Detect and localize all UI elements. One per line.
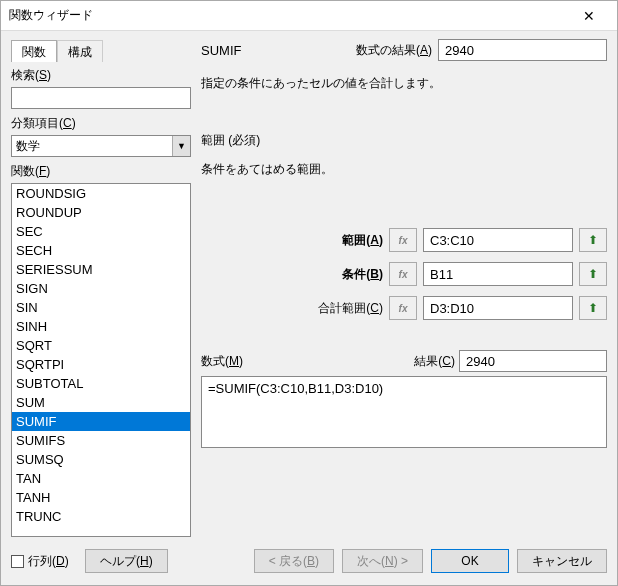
- param-row: 条件(B)fx⬆: [201, 262, 607, 286]
- search-input[interactable]: [11, 87, 191, 109]
- fx-button[interactable]: fx: [389, 296, 417, 320]
- param-row: 範囲(A)fx⬆: [201, 228, 607, 252]
- shrink-button[interactable]: ⬆: [579, 262, 607, 286]
- param-input[interactable]: [423, 228, 573, 252]
- list-item[interactable]: SIGN: [12, 279, 190, 298]
- tab-strip: 関数 構成: [11, 39, 191, 61]
- fx-icon: fx: [399, 269, 408, 280]
- titlebar: 関数ウィザード ✕: [1, 1, 617, 31]
- shrink-icon: ⬆: [588, 267, 598, 281]
- result2-label: 結果(C): [414, 353, 455, 370]
- function-wizard-window: 関数ウィザード ✕ 関数 構成 検索(S) 分類項目(C) ▼ 関数(F) RO…: [0, 0, 618, 586]
- formula-input[interactable]: [201, 376, 607, 448]
- param-input[interactable]: [423, 262, 573, 286]
- list-item[interactable]: SEC: [12, 222, 190, 241]
- content-area: 関数 構成 検索(S) 分類項目(C) ▼ 関数(F) ROUNDSIGROUN…: [1, 31, 617, 543]
- list-item[interactable]: SQRT: [12, 336, 190, 355]
- result2-box: 2940: [459, 350, 607, 372]
- formula-header-row: 数式(M) 結果(C) 2940: [201, 350, 607, 372]
- button-bar: 行列(D) ヘルプ(H) < 戻る(B) 次へ(N) > OK キャンセル: [1, 543, 617, 585]
- back-button[interactable]: < 戻る(B): [254, 549, 334, 573]
- function-description: 指定の条件にあったセルの値を合計します。: [201, 75, 607, 92]
- list-item[interactable]: ROUNDSIG: [12, 184, 190, 203]
- function-listbox[interactable]: ROUNDSIGROUNDUPSECSECHSERIESSUMSIGNSINSI…: [11, 183, 191, 537]
- shrink-icon: ⬆: [588, 301, 598, 315]
- param-label: 合計範囲(C): [318, 300, 383, 317]
- list-item[interactable]: TANH: [12, 488, 190, 507]
- list-item[interactable]: SUM: [12, 393, 190, 412]
- param-hint: 条件をあてはめる範囲。: [201, 161, 607, 178]
- category-label: 分類項目(C): [11, 115, 191, 132]
- param-row: 合計範囲(C)fx⬆: [201, 296, 607, 320]
- tab-structure[interactable]: 構成: [57, 40, 103, 62]
- params-container: 範囲(A)fx⬆条件(B)fx⬆合計範囲(C)fx⬆: [201, 228, 607, 330]
- fx-icon: fx: [399, 303, 408, 314]
- top-row: SUMIF 数式の結果(A) 2940: [201, 39, 607, 61]
- shrink-button[interactable]: ⬆: [579, 296, 607, 320]
- cancel-button[interactable]: キャンセル: [517, 549, 607, 573]
- list-item[interactable]: SUMSQ: [12, 450, 190, 469]
- right-pane: SUMIF 数式の結果(A) 2940 指定の条件にあったセルの値を合計します。…: [201, 39, 607, 537]
- matrix-checkbox-wrap[interactable]: 行列(D): [11, 553, 69, 570]
- list-item[interactable]: SIN: [12, 298, 190, 317]
- ok-button[interactable]: OK: [431, 549, 509, 573]
- window-title: 関数ウィザード: [9, 7, 569, 24]
- result-label: 数式の結果(A): [356, 42, 432, 59]
- next-button[interactable]: 次へ(N) >: [342, 549, 423, 573]
- tab-functions[interactable]: 関数: [11, 40, 57, 62]
- result-box: 2940: [438, 39, 607, 61]
- list-item[interactable]: SUMIFS: [12, 431, 190, 450]
- shrink-button[interactable]: ⬆: [579, 228, 607, 252]
- fx-icon: fx: [399, 235, 408, 246]
- category-value[interactable]: [11, 135, 191, 157]
- help-button[interactable]: ヘルプ(H): [85, 549, 168, 573]
- list-item[interactable]: SERIESSUM: [12, 260, 190, 279]
- close-icon: ✕: [583, 8, 595, 24]
- search-label: 検索(S): [11, 67, 191, 84]
- param-label: 条件(B): [342, 266, 383, 283]
- functions-label: 関数(F): [11, 163, 191, 180]
- matrix-checkbox[interactable]: [11, 555, 24, 568]
- chevron-down-icon[interactable]: ▼: [172, 136, 190, 156]
- list-item[interactable]: SQRTPI: [12, 355, 190, 374]
- fx-button[interactable]: fx: [389, 228, 417, 252]
- list-item[interactable]: ROUNDUP: [12, 203, 190, 222]
- formula-label: 数式(M): [201, 353, 414, 370]
- list-item[interactable]: SINH: [12, 317, 190, 336]
- list-item[interactable]: SUBTOTAL: [12, 374, 190, 393]
- left-pane: 関数 構成 検索(S) 分類項目(C) ▼ 関数(F) ROUNDSIGROUN…: [11, 39, 191, 537]
- param-input[interactable]: [423, 296, 573, 320]
- close-button[interactable]: ✕: [569, 2, 609, 30]
- list-item[interactable]: SECH: [12, 241, 190, 260]
- list-item[interactable]: SUMIF: [12, 412, 190, 431]
- fx-button[interactable]: fx: [389, 262, 417, 286]
- list-item[interactable]: TRUNC: [12, 507, 190, 526]
- category-select[interactable]: ▼: [11, 135, 191, 157]
- matrix-label: 行列(D): [28, 553, 69, 570]
- list-item[interactable]: TAN: [12, 469, 190, 488]
- param-section-title: 範囲 (必須): [201, 132, 607, 149]
- shrink-icon: ⬆: [588, 233, 598, 247]
- function-name: SUMIF: [201, 43, 356, 58]
- param-label: 範囲(A): [342, 232, 383, 249]
